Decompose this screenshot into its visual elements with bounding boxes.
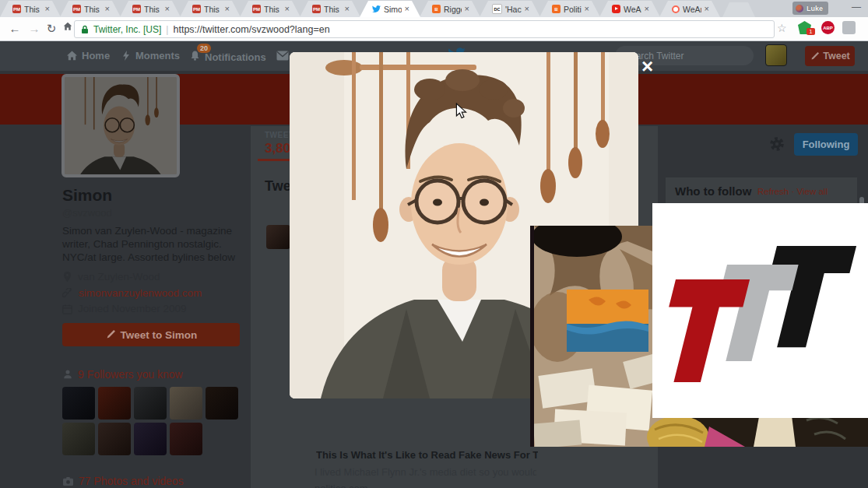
profile-joined: Joined November 2009 xyxy=(78,303,187,314)
notification-count-badge: 20 xyxy=(197,44,211,53)
follower-avatar[interactable] xyxy=(170,387,202,420)
youtube-favicon xyxy=(612,5,620,13)
luke-icon xyxy=(796,5,803,12)
tab-close-icon[interactable]: × xyxy=(645,5,649,13)
nav-notifications[interactable]: 20 Notifications xyxy=(189,50,266,64)
tab-close-icon[interactable]: × xyxy=(45,5,50,13)
tab-close-icon[interactable]: × xyxy=(285,5,290,13)
padlock-icon xyxy=(81,25,89,34)
follower-avatar[interactable] xyxy=(98,387,131,420)
browser-tab[interactable]: PMThis I× xyxy=(180,1,241,17)
person-icon xyxy=(62,369,73,380)
tab-title: This I xyxy=(84,5,102,14)
compose-tweet-button[interactable]: Tweet xyxy=(805,46,855,66)
browser-tab[interactable]: DC'Hack× xyxy=(480,1,540,17)
pm-favicon: PM xyxy=(192,5,201,13)
nav-notifications-label: Notifications xyxy=(205,51,266,63)
profile-location-row: van Zuylen-Wood xyxy=(62,271,160,283)
breitbart-favicon: B xyxy=(432,5,441,13)
back-button[interactable]: ← xyxy=(6,20,23,37)
breitbart-favicon: B xyxy=(552,5,561,13)
profile-website-link[interactable]: simonvanzuylenwood.com xyxy=(79,287,202,299)
follower-avatar[interactable] xyxy=(134,387,167,420)
address-bar[interactable]: Twitter, Inc. [US] | https://twitter.com… xyxy=(74,20,775,38)
tab-close-icon[interactable]: × xyxy=(225,5,230,13)
tweet-author-avatar[interactable] xyxy=(266,225,290,249)
modal-close-icon[interactable]: × xyxy=(641,54,653,79)
profile-handle: @svzwood xyxy=(62,207,112,219)
tab-close-icon[interactable]: × xyxy=(405,5,409,13)
browser-tab-active[interactable]: Simo× xyxy=(360,1,420,17)
url-separator: | xyxy=(166,24,168,35)
dailycaller-favicon: DC xyxy=(492,4,502,14)
follower-avatar[interactable] xyxy=(206,387,238,420)
browser-tab[interactable]: PMThis I× xyxy=(0,1,61,17)
luke-label: Luke xyxy=(807,5,823,12)
tab-close-icon[interactable]: × xyxy=(105,5,110,13)
photos-videos-link[interactable]: 77 Photos and videos xyxy=(62,475,184,487)
tweet-card-headline[interactable]: This Is What It's Like to Read Fake News… xyxy=(316,449,538,461)
envelope-icon xyxy=(276,51,289,61)
tab-close-icon[interactable]: × xyxy=(345,5,350,13)
tab-close-icon[interactable]: × xyxy=(165,5,170,13)
tab-title: This I xyxy=(324,5,342,14)
pm-favicon: PM xyxy=(252,5,261,13)
adblock-plus-icon[interactable]: ABP xyxy=(821,21,835,34)
links-dot: · xyxy=(791,187,794,196)
browser-tab[interactable]: WeAr× xyxy=(599,1,660,17)
following-button[interactable]: Following xyxy=(794,133,858,156)
gear-icon[interactable] xyxy=(769,136,785,152)
profile-bio: Simon van Zuylen-Wood - magazine writer,… xyxy=(62,224,248,264)
tweet-card-source[interactable]: politico.com xyxy=(315,483,368,488)
browser-tab[interactable]: PMThis I× xyxy=(120,1,181,17)
mouse-cursor xyxy=(455,103,467,119)
tweet-to-pen-icon xyxy=(105,329,116,340)
browser-tab[interactable]: BPoliti× xyxy=(539,1,600,17)
refresh-link[interactable]: Refresh xyxy=(757,187,789,196)
browser-tab[interactable]: WeAr× xyxy=(659,1,720,17)
bookmark-star-icon[interactable]: ☆ xyxy=(777,22,787,34)
browser-tab[interactable]: PMThis I× xyxy=(300,1,360,17)
tab-close-icon[interactable]: × xyxy=(465,5,469,13)
new-tab-button[interactable] xyxy=(722,2,755,17)
tab-close-icon[interactable]: × xyxy=(705,5,709,13)
window-minimize-button[interactable]: — xyxy=(849,0,864,14)
pm-favicon: PM xyxy=(72,5,81,13)
pm-favicon: PM xyxy=(12,5,21,13)
twitter-favicon xyxy=(372,5,381,13)
tweets-stat-value[interactable]: 3,80 xyxy=(265,141,290,156)
forward-button[interactable]: → xyxy=(26,20,43,37)
security-label[interactable]: Twitter, Inc. [US] xyxy=(93,24,161,35)
tab-close-icon[interactable]: × xyxy=(585,5,589,13)
browser-tab[interactable]: BRigge× xyxy=(420,1,480,17)
browser-tab[interactable]: PMThis I× xyxy=(60,1,121,17)
home-nav-icon xyxy=(66,50,78,61)
url-text[interactable]: https://twitter.com/svzwood?lang=en xyxy=(173,24,329,35)
tweet-to-button[interactable]: Tweet to Simon xyxy=(62,323,240,346)
follower-avatar[interactable] xyxy=(98,423,131,455)
nav-moments[interactable]: Moments xyxy=(121,50,180,61)
ttt-logo-icon xyxy=(652,203,868,418)
profile-website-row: simonvanzuylenwood.com xyxy=(62,287,202,299)
tab-title: This I xyxy=(24,5,42,14)
profile-avatar[interactable] xyxy=(61,74,180,177)
tab-title: WeAr xyxy=(624,5,641,14)
follower-avatar[interactable] xyxy=(170,423,202,455)
followers-you-know-label: 9 Followers you know xyxy=(78,368,183,381)
screen: PMThis I× PMThis I× PMThis I× PMThis I× … xyxy=(0,0,868,488)
nav-home[interactable]: Home xyxy=(66,50,110,61)
luke-badge: Luke xyxy=(792,2,828,15)
browser-tab[interactable]: PMThis I× xyxy=(240,1,300,17)
extension-grey-icon[interactable] xyxy=(842,21,856,34)
follower-avatar[interactable] xyxy=(62,387,95,420)
followers-you-know-link[interactable]: 9 Followers you know xyxy=(62,368,183,381)
reload-button[interactable]: ↻ xyxy=(43,20,60,37)
who-to-follow-links: Refresh · View all xyxy=(757,187,828,196)
pm-favicon: PM xyxy=(132,5,141,13)
profile-menu-avatar[interactable] xyxy=(766,45,786,65)
follower-avatar[interactable] xyxy=(134,423,167,455)
pm-favicon: PM xyxy=(312,5,321,13)
tab-close-icon[interactable]: × xyxy=(525,5,529,13)
follower-avatar[interactable] xyxy=(62,423,95,455)
view-all-link[interactable]: View all xyxy=(797,187,828,196)
